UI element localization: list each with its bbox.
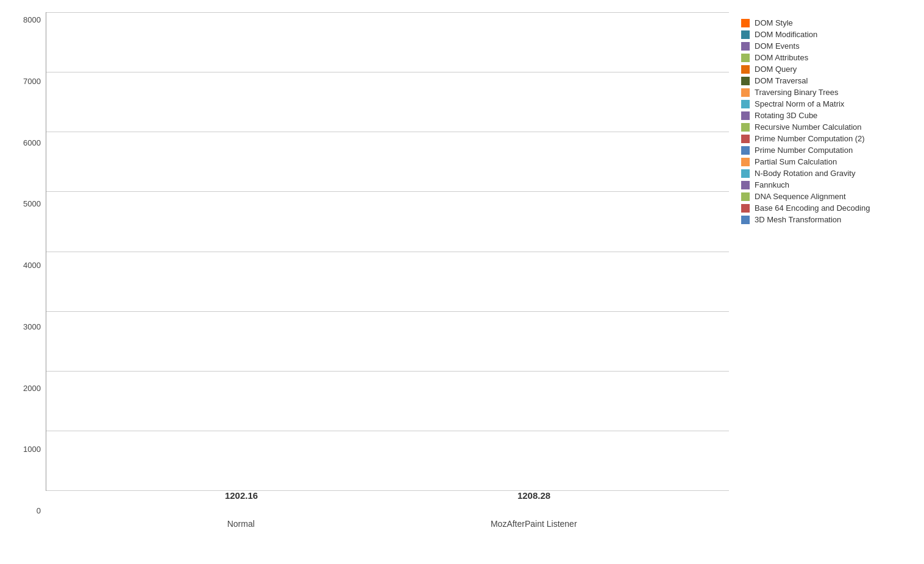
y-axis-label: 0 <box>37 506 41 515</box>
x-label-mozafterpaint: MozAfterPaint Listener <box>479 519 589 540</box>
legend: DOM StyleDOM ModificationDOM EventsDOM A… <box>729 12 918 540</box>
legend-item: DOM Traversal <box>741 76 918 85</box>
legend-item: Spectral Norm of a Matrix <box>741 99 918 108</box>
y-axis-label: 7000 <box>23 77 41 86</box>
legend-color-box <box>741 158 750 166</box>
legend-item: N-Body Rotation and Gravity <box>741 169 918 178</box>
legend-color-box <box>741 123 750 132</box>
legend-label-text: Spectral Norm of a Matrix <box>755 99 844 108</box>
legend-item: Prime Number Computation <box>741 146 918 155</box>
chart-container: 800070006000500040003000200010000 1202.1… <box>0 0 924 564</box>
y-axis-label: 8000 <box>23 15 41 24</box>
legend-color-box <box>741 42 750 51</box>
legend-item: DOM Modification <box>741 30 918 39</box>
legend-item: Traversing Binary Trees <box>741 88 918 97</box>
legend-color-box <box>741 88 750 97</box>
legend-label-text: Partial Sum Calculation <box>755 157 837 166</box>
legend-item: Recursive Number Calculation <box>741 122 918 132</box>
legend-item: Prime Number Computation (2) <box>741 134 918 143</box>
legend-color-box <box>741 100 750 108</box>
legend-color-box <box>741 54 750 62</box>
legend-color-box <box>741 30 750 39</box>
legend-color-box <box>741 192 750 201</box>
legend-item: 3D Mesh Transformation <box>741 215 918 224</box>
legend-color-box <box>741 111 750 120</box>
bars-area: 1202.161208.28 <box>46 12 729 490</box>
legend-label-text: Prime Number Computation (2) <box>755 134 865 143</box>
legend-label-text: DNA Sequence Alignment <box>755 192 846 201</box>
bar-value-label-normal: 1202.16 <box>225 490 258 501</box>
legend-label-text: DOM Attributes <box>755 53 808 62</box>
y-axis-label: 6000 <box>23 138 41 147</box>
legend-color-box <box>741 216 750 224</box>
legend-color-box <box>741 181 750 189</box>
y-axis: 800070006000500040003000200010000 <box>12 12 46 540</box>
legend-item: Fannkuch <box>741 180 918 189</box>
legend-label-text: DOM Events <box>755 41 800 51</box>
legend-color-box <box>741 135 750 143</box>
legend-item: DNA Sequence Alignment <box>741 192 918 201</box>
grid-bars: 1202.161208.28 <box>46 12 729 491</box>
legend-item: Rotating 3D Cube <box>741 111 918 120</box>
legend-label-text: Fannkuch <box>755 180 789 189</box>
y-axis-label: 1000 <box>23 445 41 454</box>
legend-label-text: Traversing Binary Trees <box>755 88 839 97</box>
bar-value-label-mozafterpaint: 1208.28 <box>517 490 550 501</box>
legend-color-box <box>741 77 750 85</box>
legend-item: DOM Events <box>741 41 918 51</box>
legend-label-text: DOM Traversal <box>755 76 808 85</box>
y-axis-label: 5000 <box>23 199 41 208</box>
legend-color-box <box>741 65 750 74</box>
y-axis-label: 2000 <box>23 384 41 393</box>
legend-label-text: DOM Query <box>755 65 797 74</box>
x-label-normal: Normal <box>186 519 296 540</box>
chart-plot: 800070006000500040003000200010000 1202.1… <box>12 12 729 540</box>
legend-color-box <box>741 146 750 155</box>
legend-item: DOM Style <box>741 18 918 27</box>
y-axis-label: 3000 <box>23 322 41 331</box>
legend-label-text: N-Body Rotation and Gravity <box>755 169 855 178</box>
legend-color-box <box>741 204 750 213</box>
legend-label-text: Base 64 Encoding and Decoding <box>755 203 870 213</box>
legend-label-text: Prime Number Computation <box>755 146 853 155</box>
legend-label-text: DOM Modification <box>755 30 817 39</box>
legend-item: DOM Attributes <box>741 53 918 62</box>
chart-main: 800070006000500040003000200010000 1202.1… <box>12 12 729 540</box>
legend-item: DOM Query <box>741 65 918 74</box>
chart-area: 800070006000500040003000200010000 1202.1… <box>12 12 918 540</box>
legend-color-box <box>741 169 750 178</box>
legend-label-text: 3D Mesh Transformation <box>755 215 841 224</box>
legend-label-text: Recursive Number Calculation <box>755 122 862 132</box>
legend-item: Partial Sum Calculation <box>741 157 918 166</box>
grid-line <box>46 490 729 491</box>
legend-item: Base 64 Encoding and Decoding <box>741 203 918 213</box>
y-axis-label: 4000 <box>23 261 41 270</box>
legend-label-text: DOM Style <box>755 18 793 27</box>
legend-color-box <box>741 19 750 27</box>
legend-label-text: Rotating 3D Cube <box>755 111 817 120</box>
